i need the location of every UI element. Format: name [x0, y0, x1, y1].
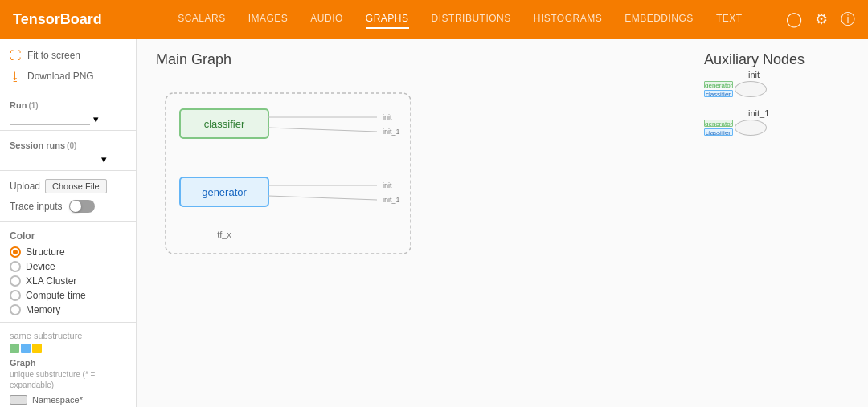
aux-classifier-bar-1: generator	[704, 81, 733, 88]
color-compute-label: Compute time	[26, 290, 86, 301]
radio-compute	[10, 290, 21, 301]
nav-graphs[interactable]: GRAPHS	[366, 10, 409, 29]
nav-images[interactable]: IMAGES	[248, 10, 289, 29]
main-content: Main Graph classifier init init_1 genera…	[137, 39, 868, 407]
svg-text:init: init	[383, 113, 392, 121]
graph-section: Main Graph classifier init init_1 genera…	[156, 51, 688, 394]
settings-icon[interactable]: ⚙	[815, 10, 828, 28]
main-layout: ⛶ Fit to screen ⭳ Download PNG Run (1) ▾…	[0, 39, 868, 407]
download-icon: ⭳	[10, 70, 21, 83]
nav-text[interactable]: TEXT	[716, 10, 743, 29]
sidebar: ⛶ Fit to screen ⭳ Download PNG Run (1) ▾…	[0, 39, 137, 407]
svg-text:init_1: init_1	[383, 196, 400, 204]
fit-to-screen-label: Fit to screen	[27, 50, 80, 61]
aux-init-row: generator classifier	[704, 81, 849, 97]
aux-classifier-bar-2: generator	[704, 120, 733, 127]
radio-structure	[10, 246, 21, 258]
svg-text:init: init	[383, 181, 392, 189]
download-png-label: Download PNG	[27, 71, 94, 82]
aux-init1-lines: generator classifier	[704, 120, 733, 136]
nav-histograms[interactable]: HISTOGRAMS	[534, 10, 602, 29]
divider-4	[0, 221, 136, 222]
header-icons: ◯ ⚙ ⓘ	[786, 10, 855, 29]
help-icon[interactable]: ⓘ	[841, 10, 855, 29]
nav-distributions[interactable]: DISTRIBUTIONS	[432, 10, 511, 29]
trace-inputs-toggle[interactable]	[69, 200, 95, 213]
swatch-2	[21, 344, 31, 353]
namespace-swatch	[10, 395, 27, 405]
session-count: (0)	[67, 141, 76, 150]
color-device[interactable]: Device	[0, 259, 136, 274]
color-xla[interactable]: XLA Cluster	[0, 274, 136, 288]
color-xla-label: XLA Cluster	[26, 275, 76, 287]
nav-audio[interactable]: AUDIO	[310, 10, 343, 29]
nav-embeddings[interactable]: EMBEDDINGS	[624, 10, 694, 29]
legend-namespace: Namespace*	[10, 393, 126, 406]
color-section: Color	[0, 226, 136, 245]
fit-to-screen-button[interactable]: ⛶ Fit to screen	[0, 45, 136, 66]
aux-init-lines: generator classifier	[704, 81, 733, 97]
divider-3	[0, 170, 136, 171]
color-device-label: Device	[26, 261, 55, 272]
run-dropdown-icon[interactable]: ▾	[93, 113, 99, 125]
color-swatches	[10, 342, 126, 356]
aux-node-init: init generator classifier	[704, 81, 849, 97]
aux-init1-row: generator classifier	[704, 120, 849, 136]
app-logo: TensorBoard	[13, 11, 102, 28]
radio-device	[10, 261, 21, 272]
aux-init1-label: init_1	[748, 108, 769, 118]
divider-1	[0, 92, 136, 92]
session-select-row: ▾	[10, 153, 126, 165]
color-structure[interactable]: Structure	[0, 245, 136, 259]
swatch-1	[10, 344, 19, 353]
radio-xla	[10, 275, 21, 287]
session-select[interactable]	[10, 153, 98, 165]
color-memory-label: Memory	[26, 304, 60, 315]
upload-label: Upload	[10, 181, 40, 192]
svg-text:classifier: classifier	[204, 118, 245, 130]
graph-svg: classifier init init_1 generator init in…	[156, 81, 429, 274]
upload-button[interactable]: Choose File	[45, 179, 107, 193]
graph-area[interactable]: classifier init init_1 generator init in…	[156, 81, 429, 274]
aux-generator-bar-1: classifier	[704, 90, 733, 97]
run-search-row: ▾	[10, 113, 126, 125]
upload-row: Upload Choose File	[0, 176, 136, 197]
graph-legend-title: Graph	[10, 356, 126, 369]
trace-inputs-row: Trace inputs	[0, 197, 136, 216]
color-memory[interactable]: Memory	[0, 303, 136, 317]
svg-line-5	[268, 128, 377, 132]
svg-text:generator: generator	[202, 186, 247, 198]
aux-title: Auxiliary Nodes	[704, 51, 849, 68]
header: TensorBoard SCALARS IMAGES AUDIO GRAPHS …	[0, 0, 868, 39]
svg-text:init_1: init_1	[383, 128, 400, 136]
colors-legend-title: same substructure	[10, 331, 126, 340]
legend-section: same substructure Graph unique substruct…	[0, 328, 136, 407]
download-png-button[interactable]: ⭳ Download PNG	[0, 66, 136, 87]
aux-generator-bar-2: classifier	[704, 128, 733, 136]
fit-icon: ⛶	[10, 49, 21, 62]
color-structure-label: Structure	[26, 246, 65, 258]
session-dropdown-icon[interactable]: ▾	[101, 153, 107, 165]
color-label: Color	[10, 230, 35, 242]
svg-line-11	[268, 196, 377, 200]
divider-5	[0, 322, 136, 323]
aux-init-label: init	[748, 70, 760, 79]
session-label: Session runs (0)	[0, 136, 136, 152]
main-nav: SCALARS IMAGES AUDIO GRAPHS DISTRIBUTION…	[134, 10, 786, 29]
unique-subtext: unique substructure (* = expandable)	[10, 369, 126, 393]
aux-section: Auxiliary Nodes init generator classifie…	[688, 51, 849, 394]
nav-scalars[interactable]: SCALARS	[178, 10, 226, 29]
run-count: (1)	[28, 101, 38, 110]
graph-title: Main Graph	[156, 51, 688, 68]
aux-init1-ellipse	[735, 120, 767, 136]
run-label: Run (1)	[0, 97, 136, 112]
radio-memory	[10, 304, 21, 315]
divider-2	[0, 130, 136, 131]
run-search-input[interactable]	[10, 113, 90, 125]
svg-text:tf_x: tf_x	[217, 230, 231, 239]
refresh-icon[interactable]: ◯	[786, 10, 802, 28]
swatch-3	[32, 344, 42, 353]
aux-node-init1: init_1 generator classifier	[704, 120, 849, 136]
aux-init-ellipse	[735, 81, 767, 97]
color-compute[interactable]: Compute time	[0, 288, 136, 303]
